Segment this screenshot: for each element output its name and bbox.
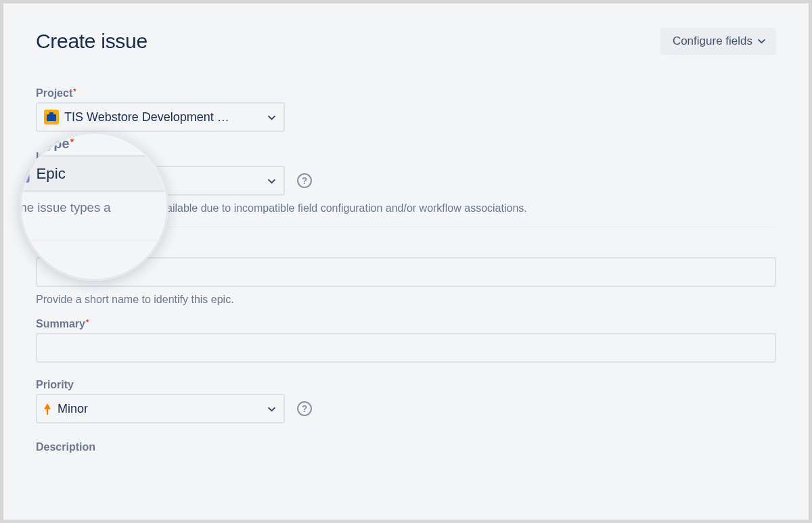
chevron-down-icon xyxy=(758,37,765,46)
configure-fields-button[interactable]: Configure fields xyxy=(660,28,776,55)
priority-field: Priority Minor ? xyxy=(36,379,776,424)
epic-name-field: Epic Name Provide a short name to identi… xyxy=(36,242,776,306)
epic-icon xyxy=(44,173,59,188)
issue-type-hint: Some issue types are unavailable due to … xyxy=(36,202,776,214)
required-star-icon: * xyxy=(86,318,89,326)
create-issue-dialog: Create issue Configure fields Project* T… xyxy=(0,0,812,523)
description-field: Description xyxy=(36,441,776,467)
project-value: TIS Webstore Development … xyxy=(64,110,240,124)
dialog-title: Create issue xyxy=(36,30,148,53)
help-icon[interactable]: ? xyxy=(297,173,312,188)
priority-label: Priority xyxy=(36,379,776,391)
help-icon[interactable]: ? xyxy=(297,401,312,416)
priority-minor-icon xyxy=(44,403,51,415)
summary-input[interactable] xyxy=(36,333,776,363)
issue-type-select[interactable]: Epic xyxy=(36,166,285,196)
project-field: Project* TIS Webstore Development … xyxy=(36,87,776,132)
chevron-down-icon xyxy=(268,112,275,122)
epic-name-label: Epic Name xyxy=(36,242,776,254)
divider xyxy=(36,227,776,227)
epic-name-hint: Provide a short name to identify this ep… xyxy=(36,294,776,306)
summary-field: Summary* xyxy=(36,318,776,363)
priority-value: Minor xyxy=(58,402,277,416)
required-star-icon: * xyxy=(73,87,76,95)
required-star-icon: * xyxy=(92,151,95,159)
epic-name-input[interactable] xyxy=(36,257,776,287)
summary-label: Summary* xyxy=(36,318,776,330)
issue-type-value: Epic xyxy=(64,174,277,188)
issue-type-field: Issue Type* Epic ? Some issue types are … xyxy=(36,151,776,214)
configure-fields-label: Configure fields xyxy=(673,35,752,48)
description-label: Description xyxy=(36,441,776,453)
project-select[interactable]: TIS Webstore Development … xyxy=(36,102,285,132)
project-avatar-icon xyxy=(44,110,59,124)
project-label: Project* xyxy=(36,87,776,99)
dialog-header: Create issue Configure fields xyxy=(36,28,776,55)
issue-type-label: Issue Type* xyxy=(36,151,776,163)
priority-select[interactable]: Minor xyxy=(36,394,285,424)
